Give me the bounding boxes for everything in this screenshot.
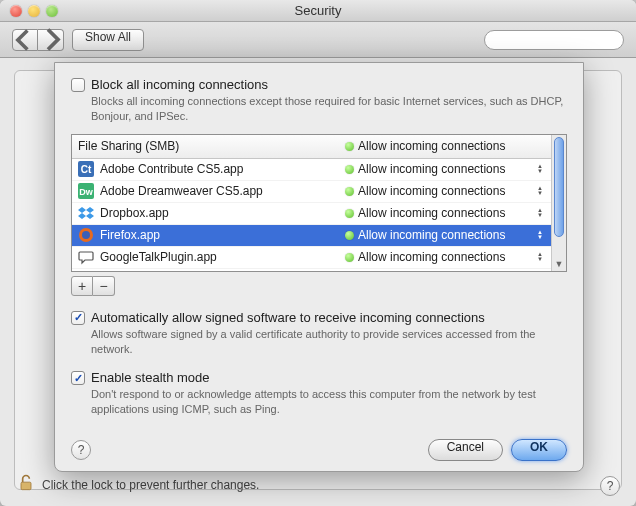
block-all-sub: Blocks all incoming connections except t…: [91, 94, 567, 124]
scroll-down-icon[interactable]: ▼: [552, 259, 566, 269]
status-dot-icon: [345, 142, 354, 151]
remove-button[interactable]: −: [93, 276, 115, 296]
search-input[interactable]: [495, 34, 618, 46]
auto-allow-sub: Allows software signed by a valid certif…: [91, 327, 567, 357]
show-all-button[interactable]: Show All: [72, 29, 144, 51]
dreamweaver-icon: Dw: [78, 183, 94, 199]
googletalk-icon: [78, 249, 94, 265]
auto-allow-label: Automatically allow signed software to r…: [91, 310, 485, 325]
status-dot-icon: [345, 165, 354, 174]
app-list-header: File Sharing (SMB) Allow incoming connec…: [72, 135, 551, 159]
svg-rect-2: [21, 482, 31, 490]
app-name-label: Dropbox.app: [100, 206, 345, 220]
firefox-icon: [78, 227, 94, 243]
status-dot-icon: [345, 209, 354, 218]
app-name-label: Firefox.app: [100, 228, 345, 242]
svg-point-8: [82, 231, 90, 239]
app-status[interactable]: Allow incoming connections▲▼: [345, 206, 545, 220]
help-icon: ?: [600, 476, 620, 496]
stealth-sub: Don't respond to or acknowledge attempts…: [91, 387, 567, 417]
app-status[interactable]: Allow incoming connections▲▼: [345, 184, 545, 198]
stealth-row: Enable stealth mode: [71, 370, 567, 385]
cancel-button[interactable]: Cancel: [428, 439, 503, 461]
status-stepper-icon[interactable]: ▲▼: [537, 252, 545, 262]
help-button-sheet[interactable]: ?: [71, 440, 91, 460]
status-stepper-icon[interactable]: ▲▼: [537, 208, 545, 218]
window-title: Security: [0, 3, 636, 18]
app-name-label: GoogleTalkPlugin.app: [100, 250, 345, 264]
titlebar: Security: [0, 0, 636, 22]
status-dot-icon: [345, 187, 354, 196]
toolbar: Show All: [0, 22, 636, 58]
header-app-col: File Sharing (SMB): [78, 139, 345, 153]
app-list: File Sharing (SMB) Allow incoming connec…: [71, 134, 567, 272]
lock-row: Click the lock to prevent further change…: [16, 473, 259, 496]
dropbox-icon: [78, 205, 94, 221]
app-status-label: Allow incoming connections: [358, 162, 533, 176]
auto-allow-checkbox[interactable]: [71, 311, 85, 325]
auto-allow-row: Automatically allow signed software to r…: [71, 310, 567, 325]
app-status[interactable]: Allow incoming connections▲▼: [345, 162, 545, 176]
chevron-right-icon: [38, 27, 63, 52]
status-stepper-icon[interactable]: ▲▼: [537, 230, 545, 240]
lock-open-icon: [16, 473, 36, 493]
app-list-scrollbar[interactable]: ▼: [551, 135, 566, 271]
forward-button[interactable]: [38, 29, 64, 51]
app-status[interactable]: Allow incoming connections▲▼: [345, 250, 545, 264]
scrollbar-thumb[interactable]: [554, 137, 564, 237]
contribute-icon: Ct: [78, 161, 94, 177]
app-name-label: Adobe Contribute CS5.app: [100, 162, 345, 176]
lock-hint-label: Click the lock to prevent further change…: [42, 478, 259, 492]
status-stepper-icon[interactable]: ▲▼: [537, 164, 545, 174]
svg-text:Ct: Ct: [81, 164, 92, 175]
block-all-label: Block all incoming connections: [91, 77, 268, 92]
status-stepper-icon[interactable]: ▲▼: [537, 186, 545, 196]
stealth-checkbox[interactable]: [71, 371, 85, 385]
app-status-label: Allow incoming connections: [358, 250, 533, 264]
stealth-label: Enable stealth mode: [91, 370, 210, 385]
search-field[interactable]: [484, 30, 624, 50]
app-status-label: Allow incoming connections: [358, 228, 533, 242]
app-row[interactable]: Dropbox.appAllow incoming connections▲▼: [72, 203, 551, 225]
prefs-window: Security Show All Click th: [0, 0, 636, 506]
app-row[interactable]: Firefox.appAllow incoming connections▲▼: [72, 225, 551, 247]
chevron-left-icon: [13, 28, 37, 52]
lock-button[interactable]: [16, 473, 36, 496]
app-name-label: Adobe Dreamweaver CS5.app: [100, 184, 345, 198]
content-area: Click the lock to prevent further change…: [0, 58, 636, 506]
block-all-row: Block all incoming connections: [71, 77, 567, 92]
svg-text:Dw: Dw: [79, 187, 93, 197]
status-dot-icon: [345, 231, 354, 240]
back-button[interactable]: [12, 29, 38, 51]
app-row[interactable]: DwAdobe Dreamweaver CS5.appAllow incomin…: [72, 181, 551, 203]
app-status-label: Allow incoming connections: [358, 184, 533, 198]
sheet-footer: ? Cancel OK: [71, 439, 567, 461]
nav-buttons: [12, 29, 64, 51]
header-status-col: Allow incoming connections: [358, 139, 545, 153]
app-status[interactable]: Allow incoming connections▲▼: [345, 228, 545, 242]
help-button-main[interactable]: ?: [600, 476, 620, 496]
app-row[interactable]: GoogleTalkPlugin.appAllow incoming conne…: [72, 247, 551, 269]
app-status-label: Allow incoming connections: [358, 206, 533, 220]
app-row[interactable]: CtAdobe Contribute CS5.appAllow incoming…: [72, 159, 551, 181]
firewall-sheet: Block all incoming connections Blocks al…: [54, 62, 584, 472]
ok-button[interactable]: OK: [511, 439, 567, 461]
status-dot-icon: [345, 253, 354, 262]
add-remove-buttons: + −: [71, 276, 567, 296]
block-all-checkbox[interactable]: [71, 78, 85, 92]
add-button[interactable]: +: [71, 276, 93, 296]
